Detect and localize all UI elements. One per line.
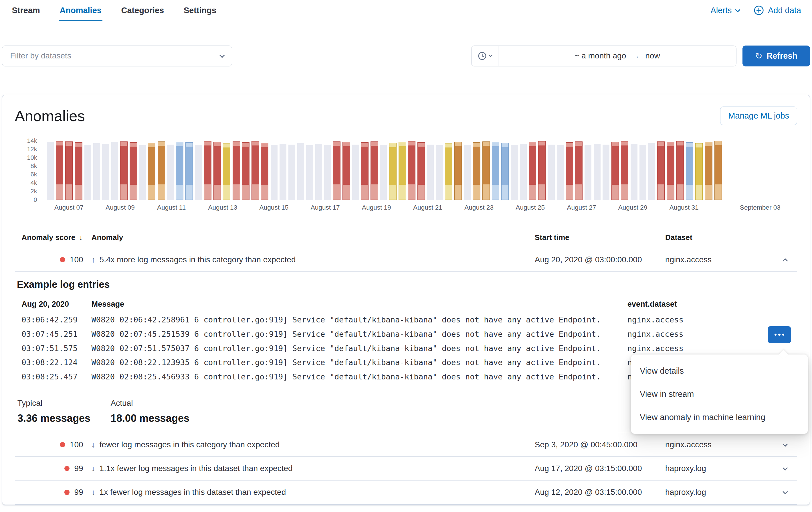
chart-bar[interactable] [47, 142, 54, 200]
chart-bar[interactable] [111, 142, 118, 200]
chart-bar[interactable] [473, 142, 481, 200]
chart-bar[interactable] [603, 144, 609, 200]
chart-bar[interactable] [324, 145, 331, 200]
chart-bar[interactable] [492, 142, 499, 200]
chart-bar[interactable] [705, 142, 713, 200]
chart-bar[interactable] [648, 143, 655, 200]
chart-bar[interactable] [399, 142, 406, 200]
chart-bar[interactable] [501, 143, 509, 200]
chart-bar[interactable] [158, 141, 165, 199]
chart-bar[interactable] [667, 142, 674, 200]
expand-row-button[interactable] [774, 443, 797, 447]
anomaly-row[interactable]: 100 ↓ fewer log messages in this categor… [15, 433, 798, 457]
chart-bar[interactable] [464, 145, 471, 200]
chart-bar[interactable] [102, 144, 109, 200]
chart-bar[interactable] [185, 142, 193, 200]
chart-bar[interactable] [242, 142, 250, 200]
chart-bar[interactable] [176, 142, 183, 200]
alerts-menu-button[interactable]: Alerts [710, 6, 739, 15]
chart-bar[interactable] [120, 141, 127, 200]
log-entry-row[interactable]: 03:07:45.251 W0820 02:07:45.251539 6 con… [15, 327, 798, 341]
collapse-row-button[interactable] [774, 257, 797, 263]
expand-row-button[interactable] [774, 467, 797, 470]
menu-item-view-anomaly-in-ml[interactable]: View anomaly in machine learning [631, 406, 808, 429]
chart-bar[interactable] [557, 145, 564, 199]
refresh-button[interactable]: ↻ Refresh [743, 46, 810, 66]
chart-bar[interactable] [252, 141, 259, 200]
chart-bar[interactable] [75, 142, 82, 200]
log-row-actions-button[interactable] [767, 326, 791, 343]
tab-anomalies[interactable]: Anomalies [59, 0, 103, 21]
chart-bar[interactable] [511, 145, 518, 200]
expand-row-button[interactable] [774, 490, 797, 494]
chart-bar[interactable] [315, 144, 322, 200]
chart-bar[interactable] [538, 141, 546, 200]
chart-bar[interactable] [129, 142, 137, 200]
date-range-start[interactable]: ~ a month ago [575, 51, 626, 60]
chart-bar[interactable] [139, 145, 146, 199]
chart-bar[interactable] [631, 144, 637, 200]
date-range-end[interactable]: now [645, 51, 660, 60]
chart-bar[interactable] [548, 144, 555, 200]
chart-bar[interactable] [621, 141, 628, 200]
manage-ml-jobs-button[interactable]: Manage ML jobs [720, 107, 797, 125]
chart-bar[interactable] [167, 144, 174, 200]
tab-categories[interactable]: Categories [120, 0, 165, 21]
chart-bar[interactable] [584, 145, 591, 200]
chart-bar[interactable] [389, 143, 397, 200]
chart-bar[interactable] [695, 143, 703, 200]
chart-bar[interactable] [306, 145, 313, 199]
chart-bar[interactable] [566, 142, 573, 200]
anomaly-row[interactable]: 100 ↑ 5.4x more log messages in this cat… [15, 248, 798, 272]
chart-bar[interactable] [233, 141, 240, 199]
chart-bar[interactable] [371, 141, 378, 199]
chart-bar[interactable] [611, 142, 619, 200]
chart-bar[interactable] [288, 144, 295, 200]
chart-bar[interactable] [686, 142, 693, 200]
date-range-display[interactable]: ~ a month ago → now [498, 46, 736, 66]
chart-bar[interactable] [427, 144, 434, 200]
chart-bar[interactable] [213, 142, 221, 200]
tab-stream[interactable]: Stream [11, 0, 41, 21]
chart-bar[interactable] [195, 145, 202, 200]
chart-bar[interactable] [204, 141, 211, 200]
chart-bar[interactable] [676, 141, 684, 200]
log-entry-row[interactable]: 03:07:51.575 W0820 02:07:51.575037 6 con… [15, 341, 798, 356]
anomaly-row[interactable]: 99 ↓ 1x fewer log messages in this datas… [15, 481, 798, 504]
chart-bar[interactable] [454, 142, 462, 200]
chart-bar[interactable] [417, 142, 425, 200]
chart-bar[interactable] [84, 145, 91, 200]
chart-bar[interactable] [261, 143, 268, 200]
chart-bar[interactable] [445, 143, 452, 200]
chart-bar[interactable] [575, 141, 583, 199]
chart-bar[interactable] [436, 145, 443, 199]
chart-bar[interactable] [56, 141, 63, 200]
menu-item-view-details[interactable]: View details [631, 359, 808, 383]
chart-bar[interactable] [297, 143, 304, 200]
column-header-anomaly-score[interactable]: Anomaly score ↓ [15, 233, 92, 242]
tab-settings[interactable]: Settings [182, 0, 217, 21]
chart-bar[interactable] [529, 142, 536, 200]
chart-bar[interactable] [408, 141, 415, 200]
chart-bar[interactable] [715, 141, 722, 200]
filter-datasets-select[interactable]: Filter by datasets [2, 46, 232, 66]
log-entry-row[interactable]: 03:06:42.259 W0820 02:06:42.258961 6 con… [15, 313, 798, 327]
chart-bar[interactable] [594, 144, 601, 200]
quick-select-menu-button[interactable] [471, 46, 498, 66]
chart-bar[interactable] [639, 145, 646, 200]
chart-bar[interactable] [352, 144, 359, 200]
chart-bar[interactable] [380, 145, 387, 200]
chart-bar[interactable] [483, 141, 490, 199]
chart-bar[interactable] [657, 141, 665, 199]
chart-bar[interactable] [93, 143, 100, 200]
add-data-button[interactable]: Add data [754, 5, 801, 15]
chart-bar[interactable] [343, 142, 350, 200]
chart-bar[interactable] [333, 141, 341, 199]
chart-bar[interactable] [148, 143, 155, 200]
chart-bar[interactable] [65, 141, 73, 199]
chart-bar[interactable] [223, 143, 230, 200]
chart-bar[interactable] [271, 145, 278, 200]
chart-bar[interactable] [361, 142, 369, 200]
chart-bar[interactable] [280, 144, 286, 200]
menu-item-view-in-stream[interactable]: View in stream [631, 383, 808, 406]
